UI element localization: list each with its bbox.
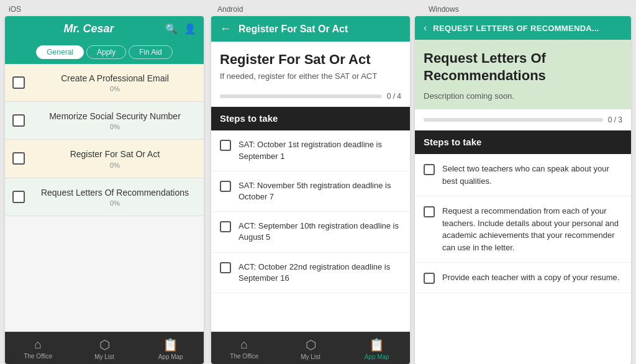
ios-tabs: General Apply Fin Aid bbox=[5, 42, 204, 64]
android-steps-list: SAT: October 1st registration deadline i… bbox=[211, 130, 410, 293]
windows-page-desc: Description coming soon. bbox=[415, 88, 631, 109]
checkbox-letters[interactable] bbox=[12, 191, 25, 203]
android-step-text-2: ACT: September 10th registration deadlin… bbox=[238, 221, 401, 243]
android-step-checkbox-2[interactable] bbox=[220, 221, 231, 232]
android-back-button[interactable]: ← bbox=[220, 22, 231, 35]
android-progress-bar bbox=[220, 94, 382, 98]
windows-page-title: Request Letters Of Recommendations bbox=[415, 40, 631, 88]
android-step-item[interactable]: ACT: October 22nd registration deadline … bbox=[211, 253, 410, 293]
android-page-title: Register For Sat Or Act bbox=[211, 42, 410, 71]
ios-header: Mr. Cesar 🔍 👤 bbox=[5, 16, 204, 42]
android-nav: ⌂ The Office ⬡ My List 📋 App Map bbox=[211, 332, 410, 364]
item-pct-sat: 0% bbox=[34, 162, 196, 169]
ios-nav: ⌂ The Office ⬡ My List 📋 App Map bbox=[5, 332, 204, 364]
windows-progress-bar bbox=[424, 118, 603, 122]
checkbox-sat[interactable] bbox=[12, 152, 25, 165]
android-nav-mylist[interactable]: ⬡ My List bbox=[278, 332, 344, 364]
windows-step-text-0: Select two teachers who can speak about … bbox=[442, 163, 622, 187]
list-item[interactable]: Register For Sat Or Act 0% bbox=[5, 140, 204, 178]
android-nav-label-appmap: App Map bbox=[365, 353, 389, 360]
android-page-desc: If needed, register for either the SAT o… bbox=[211, 71, 410, 88]
tab-apply[interactable]: Apply bbox=[86, 45, 126, 59]
tab-fin-aid[interactable]: Fin Aid bbox=[129, 45, 173, 59]
windows-content: Request Letters Of Recommendations Descr… bbox=[415, 40, 631, 364]
search-icon[interactable]: 🔍 bbox=[165, 23, 178, 35]
windows-steps-header-text: Steps to take bbox=[424, 137, 481, 147]
android-progress-text: 0 / 4 bbox=[387, 92, 401, 101]
android-header: ← Register For Sat Or Act bbox=[211, 16, 410, 42]
windows-progress-wrap: 0 / 3 bbox=[415, 109, 631, 130]
android-step-text-1: SAT: November 5th registration deadline … bbox=[238, 180, 401, 202]
user-icon[interactable]: 👤 bbox=[184, 23, 196, 35]
android-nav-label-office: The Office bbox=[230, 353, 258, 360]
android-steps-header-text: Steps to take bbox=[220, 113, 278, 124]
android-step-text-0: SAT: October 1st registration deadline i… bbox=[238, 139, 401, 162]
item-content-ssn: Memorize Social Security Number 0% bbox=[34, 111, 196, 130]
android-nav-label-mylist: My List bbox=[301, 353, 320, 360]
nav-the-office[interactable]: ⌂ The Office bbox=[5, 332, 71, 364]
android-step-item[interactable]: SAT: November 5th registration deadline … bbox=[211, 171, 410, 212]
item-title-ssn: Memorize Social Security Number bbox=[34, 111, 196, 122]
list-item[interactable]: Request Letters Of Recommendations 0% bbox=[5, 178, 204, 216]
android-step-item[interactable]: SAT: October 1st registration deadline i… bbox=[211, 130, 410, 171]
windows-step-checkbox-0[interactable] bbox=[424, 164, 435, 175]
android-list-icon: ⬡ bbox=[306, 337, 316, 352]
android-progress-wrap: 0 / 4 bbox=[211, 88, 410, 107]
windows-panel: ‹ REQUEST LETTERS OF RECOMMENDA... Reque… bbox=[415, 16, 631, 364]
item-content-email: Create A Professional Email 0% bbox=[34, 73, 196, 93]
ios-panel: Mr. Cesar 🔍 👤 General Apply Fin Aid Crea… bbox=[5, 16, 204, 364]
list-item[interactable]: Memorize Social Security Number 0% bbox=[5, 102, 204, 140]
windows-steps-list: Select two teachers who can speak about … bbox=[415, 154, 631, 293]
item-pct-letters: 0% bbox=[34, 199, 196, 207]
android-step-item[interactable]: ACT: September 10th registration deadlin… bbox=[211, 212, 410, 252]
windows-back-button[interactable]: ‹ bbox=[424, 22, 427, 34]
windows-step-item[interactable]: Request a recommendation from each of yo… bbox=[415, 196, 631, 263]
android-label: Android bbox=[209, 5, 420, 14]
item-title-email: Create A Professional Email bbox=[34, 73, 196, 84]
android-step-text-3: ACT: October 22nd registration deadline … bbox=[238, 262, 401, 284]
windows-step-text-2: Provide each teacher with a copy of your… bbox=[442, 271, 619, 284]
map-icon: 📋 bbox=[163, 337, 178, 352]
android-map-icon: 📋 bbox=[369, 337, 384, 352]
android-nav-office[interactable]: ⌂ The Office bbox=[211, 332, 278, 364]
android-step-checkbox-0[interactable] bbox=[220, 140, 231, 151]
tab-general[interactable]: General bbox=[36, 45, 84, 59]
item-title-sat: Register For Sat Or Act bbox=[34, 148, 196, 160]
windows-header-title: REQUEST LETTERS OF RECOMMENDA... bbox=[433, 24, 599, 33]
home-icon: ⌂ bbox=[34, 337, 42, 352]
android-header-title: Register For Sat Or Act bbox=[238, 24, 348, 35]
item-pct-ssn: 0% bbox=[34, 123, 196, 130]
item-title-letters: Request Letters Of Recommendations bbox=[34, 187, 196, 198]
android-step-checkbox-1[interactable] bbox=[220, 181, 231, 192]
android-step-checkbox-3[interactable] bbox=[220, 262, 231, 273]
nav-my-list[interactable]: ⬡ My List bbox=[71, 332, 138, 364]
android-panel: ← Register For Sat Or Act Register For S… bbox=[211, 16, 410, 364]
windows-step-item[interactable]: Provide each teacher with a copy of your… bbox=[415, 263, 631, 293]
ios-header-icons: 🔍 👤 bbox=[165, 23, 196, 35]
item-content-sat: Register For Sat Or Act 0% bbox=[34, 148, 196, 168]
windows-step-item[interactable]: Select two teachers who can speak about … bbox=[415, 154, 631, 196]
windows-progress-text: 0 / 3 bbox=[608, 116, 622, 124]
ios-label: iOS bbox=[0, 5, 209, 14]
nav-app-map[interactable]: 📋 App Map bbox=[137, 332, 204, 364]
windows-step-checkbox-2[interactable] bbox=[424, 273, 435, 284]
list-icon: ⬡ bbox=[99, 337, 110, 352]
item-content-letters: Request Letters Of Recommendations 0% bbox=[34, 187, 196, 207]
android-home-icon: ⌂ bbox=[240, 337, 248, 352]
android-content: Register For Sat Or Act If needed, regis… bbox=[211, 42, 410, 332]
ios-app-title: Mr. Cesar bbox=[12, 22, 165, 35]
list-item[interactable]: Create A Professional Email 0% bbox=[5, 64, 204, 102]
android-nav-appmap[interactable]: 📋 App Map bbox=[343, 332, 410, 364]
windows-steps-header: Steps to take bbox=[415, 130, 631, 154]
nav-label-appmap: App Map bbox=[158, 353, 183, 360]
checkbox-email[interactable] bbox=[12, 76, 25, 89]
ios-list: Create A Professional Email 0% Memorize … bbox=[5, 64, 204, 332]
checkbox-ssn[interactable] bbox=[12, 114, 25, 127]
windows-step-checkbox-1[interactable] bbox=[424, 206, 435, 217]
windows-step-text-1: Request a recommendation from each of yo… bbox=[442, 205, 622, 253]
windows-header: ‹ REQUEST LETTERS OF RECOMMENDA... bbox=[415, 16, 631, 40]
item-pct-email: 0% bbox=[34, 85, 196, 93]
nav-label-mylist: My List bbox=[94, 353, 114, 360]
nav-label-office: The Office bbox=[24, 353, 52, 360]
android-steps-header: Steps to take bbox=[211, 107, 410, 130]
